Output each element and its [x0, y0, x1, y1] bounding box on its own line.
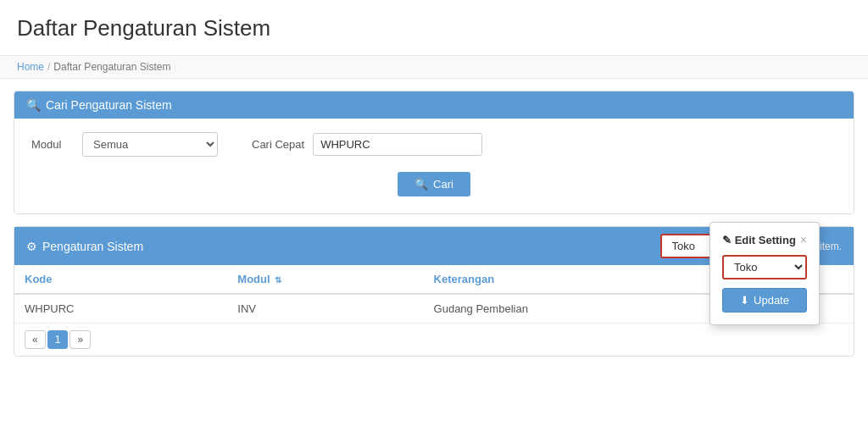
col-modul: Modul ⇅ [227, 265, 423, 294]
next-page-button[interactable]: » [70, 330, 91, 349]
search-button[interactable]: 🔍 Cari [398, 172, 470, 196]
edit-icon: ✎ [722, 234, 732, 246]
popup-toko-select[interactable]: Toko Gudang Kantor [722, 255, 807, 279]
gear-icon: ⚙ [26, 240, 37, 253]
results-panel: ⚙ Pengaturan Sistem Toko Gudang Kantor S… [14, 226, 854, 357]
cell-kode: WHPURC [14, 294, 227, 324]
breadcrumb: Home / Daftar Pengaturan Sistem [0, 55, 868, 79]
page-title: Daftar Pengaturan Sistem [17, 15, 851, 41]
update-icon: ⬇ [740, 294, 749, 307]
popup-title: ✎ Edit Setting [722, 234, 796, 246]
search-panel-title: Cari Pengaturan Sistem [46, 98, 172, 112]
results-panel-title: Pengaturan Sistem [42, 240, 143, 253]
search-btn-label: Cari [433, 178, 453, 191]
col-kode: Kode [14, 265, 227, 294]
cari-cepat-input[interactable] [313, 133, 482, 156]
search-panel: 🔍 Cari Pengaturan Sistem Modul Semua INV… [14, 91, 854, 214]
cari-cepat-label: Cari Cepat [252, 138, 304, 151]
page-container: Daftar Pengaturan Sistem Home / Daftar P… [0, 0, 868, 426]
popup-title-text: Edit Setting [735, 234, 796, 246]
page-header: Daftar Pengaturan Sistem [0, 0, 868, 55]
breadcrumb-current: Daftar Pengaturan Sistem [53, 61, 170, 73]
pagination: « 1 » [14, 324, 854, 356]
update-label: Update [754, 294, 789, 307]
breadcrumb-home[interactable]: Home [17, 61, 44, 73]
breadcrumb-separator: / [47, 61, 50, 73]
popup-close-button[interactable]: × [800, 233, 807, 246]
cari-cepat-group: Cari Cepat [252, 133, 482, 156]
cell-modul: INV [227, 294, 423, 324]
form-actions: 🔍 Cari [31, 167, 837, 200]
popup-header: ✎ Edit Setting × [722, 233, 807, 246]
prev-page-button[interactable]: « [25, 330, 46, 349]
search-panel-header: 🔍 Cari Pengaturan Sistem [14, 91, 854, 119]
modul-group: Modul Semua INV PUR SAL [31, 132, 218, 157]
search-btn-icon: 🔍 [415, 178, 428, 191]
modul-select[interactable]: Semua INV PUR SAL [82, 132, 218, 157]
popup-box: ✎ Edit Setting × Toko Gudang Kantor ⬇ Up… [709, 222, 820, 325]
update-button[interactable]: ⬇ Update [722, 288, 807, 313]
search-icon: 🔍 [26, 98, 41, 112]
search-panel-body: Modul Semua INV PUR SAL Cari Cepat 🔍 C [14, 119, 854, 213]
modul-label: Modul [31, 138, 74, 151]
edit-setting-popup: ✎ Edit Setting × Toko Gudang Kantor ⬇ Up… [709, 222, 820, 325]
current-page-button[interactable]: 1 [47, 330, 69, 349]
results-header-left: ⚙ Pengaturan Sistem [26, 240, 143, 253]
sort-icon-modul: ⇅ [275, 275, 281, 285]
search-form-row: Modul Semua INV PUR SAL Cari Cepat [31, 132, 837, 157]
